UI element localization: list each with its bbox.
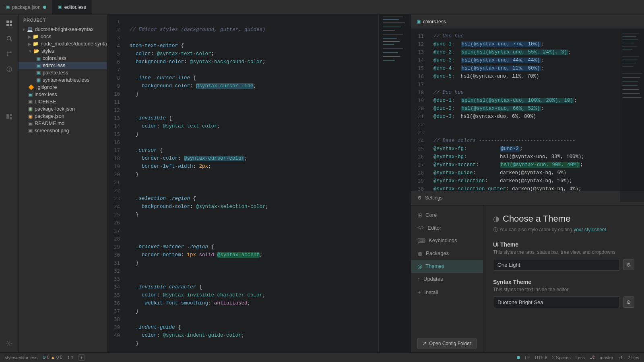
status-spaces[interactable]: 2 Spaces	[552, 355, 571, 360]
settings-nav-install[interactable]: + Install	[411, 286, 483, 299]
settings-nav-updates[interactable]: ↑ Updates	[411, 273, 483, 286]
code-line: color: @syntax-text-color;	[125, 50, 378, 58]
svg-rect-43	[622, 85, 638, 86]
search-icon[interactable]	[2, 31, 17, 46]
svg-rect-33	[622, 43, 634, 43]
less-file-icon: ▣	[28, 92, 33, 97]
status-files: 2 files	[627, 355, 639, 360]
tree-license[interactable]: ▣ LICENSE	[19, 98, 107, 105]
svg-rect-17	[383, 16, 403, 17]
svg-point-7	[7, 55, 8, 56]
code-line	[125, 275, 378, 283]
tree-item-label: syntax-variables.less	[43, 77, 89, 83]
status-encoding[interactable]: UTF-8	[535, 355, 547, 360]
nav-item-label: Updates	[423, 276, 443, 282]
code-line: }	[125, 90, 378, 98]
code-line: background-color: @syntax-selection-colo…	[125, 203, 378, 211]
tree-readme[interactable]: ▣ README.md	[19, 120, 107, 127]
file-icon: ▣	[6, 4, 10, 10]
code-line: @syntax-bg: hsl(@syntax-uno, 33%, 100%);	[429, 153, 644, 161]
git-icon: ⎇	[590, 355, 595, 360]
colors-editor[interactable]: 1112131415161718192021222324252627282930…	[411, 29, 644, 191]
folder-open-icon: 📂	[33, 48, 39, 54]
code-line	[429, 129, 644, 137]
svg-rect-21	[383, 30, 395, 31]
svg-rect-2	[6, 24, 9, 26]
status-dot	[517, 356, 520, 359]
explorer-icon[interactable]	[2, 16, 17, 31]
svg-rect-23	[383, 38, 397, 39]
settings-nav-editor[interactable]: </> Editor	[411, 222, 483, 234]
syntax-theme-gear-button[interactable]: ⚙	[623, 296, 634, 308]
tree-root[interactable]: ▼ 💻 duotone-bright-sea-syntax	[19, 26, 107, 33]
status-lang[interactable]: Less	[576, 355, 585, 360]
nav-item-label: Keybindings	[429, 237, 457, 243]
ui-theme-gear-button[interactable]: ⚙	[623, 259, 634, 270]
syntax-theme-select[interactable]: Duotone Bright Sea One Dark Monokai	[493, 296, 620, 308]
tree-palette-less[interactable]: ▣ palette.less	[19, 69, 107, 76]
code-line: .line .cursor-line {	[125, 74, 378, 82]
tree-syntax-variables[interactable]: ▣ syntax-variables.less	[19, 76, 107, 84]
git-icon[interactable]	[2, 47, 17, 61]
tree-item-label: LICENSE	[35, 99, 56, 105]
stylesheet-link[interactable]: your stylesheet	[574, 227, 606, 232]
tree-docs[interactable]: ▶ 📁 docs	[19, 33, 107, 40]
tree-screenshot[interactable]: ▣ screenshot.png	[19, 127, 107, 134]
tab-editor-less[interactable]: ▣ editor.less	[52, 0, 92, 14]
settings-title-text: Choose a Theme	[503, 214, 570, 224]
tree-editor-less[interactable]: ▣ editor.less	[19, 62, 107, 69]
less-file-icon: ▣	[36, 56, 41, 61]
code-line: .invisible {	[125, 114, 378, 122]
tab-package-json[interactable]: ▣ package.json	[0, 0, 52, 14]
svg-rect-12	[6, 116, 9, 119]
code-line	[125, 219, 378, 227]
md-file-icon: ▣	[28, 121, 33, 126]
svg-rect-0	[6, 21, 9, 23]
svg-rect-29	[383, 60, 395, 61]
tree-item-label: index.less	[35, 92, 57, 97]
svg-rect-15	[6, 114, 9, 116]
settings-nav-keybindings[interactable]: ⌨ Keybindings	[411, 234, 483, 247]
svg-rect-42	[622, 81, 638, 82]
tree-colors-less[interactable]: ▣ colors.less	[19, 55, 107, 62]
settings-nav: ⊞ Core </> Editor ⌨ Keybindings ▦ Packag…	[411, 206, 483, 353]
tree-styles[interactable]: ▼ 📂 styles	[19, 47, 107, 55]
svg-rect-34	[622, 46, 638, 47]
svg-rect-35	[622, 49, 632, 50]
add-file-button[interactable]: +	[78, 354, 85, 361]
settings-header-label: Settings	[425, 195, 442, 201]
settings-nav-core[interactable]: ⊞ Core	[411, 209, 483, 222]
keybindings-icon: ⌨	[417, 237, 425, 244]
tree-item-label: package-lock.json	[35, 106, 75, 112]
status-lf[interactable]: LF	[525, 355, 530, 360]
svg-rect-14	[10, 117, 12, 119]
tree-package-json[interactable]: ▣ package.json	[19, 113, 107, 120]
colors-tab[interactable]: ▣ colors.less	[411, 14, 644, 29]
ui-theme-row: One Light One Dark Atom Dark ⚙	[493, 259, 634, 271]
issues-icon[interactable]	[2, 62, 17, 76]
code-line: atom-text-editor {	[125, 42, 378, 50]
code-line: .bracket-matcher .region {	[125, 243, 378, 251]
code-line: @duo-1: spin(hsl(@syntax-duo, 100%, 28%)…	[429, 97, 644, 105]
settings-bottom-icon[interactable]	[2, 336, 17, 351]
svg-rect-3	[10, 24, 12, 26]
open-folder-button[interactable]: ↗ Open Config Folder	[417, 338, 477, 349]
settings-nav-themes[interactable]: ◎ Themes	[411, 260, 483, 273]
tree-node-modules[interactable]: ▶ 📁 node_modules/duotone-syntax	[19, 40, 107, 47]
settings-header: ⚙ Settings	[411, 191, 644, 206]
tree-gitignore[interactable]: 🔶 .gitignore	[19, 84, 107, 91]
tab-modified-dot	[43, 6, 46, 9]
extensions-icon[interactable]	[2, 109, 17, 124]
chevron-right-icon: ▶	[28, 42, 31, 46]
svg-rect-18	[383, 19, 399, 20]
chevron-down-icon: ▼	[22, 27, 26, 32]
settings-nav-packages[interactable]: ▦ Packages	[411, 247, 483, 260]
tree-package-lock[interactable]: ▣ package-lock.json	[19, 105, 107, 113]
code-line: @syntax-selection-gutter: darken(@syntax…	[429, 185, 644, 191]
code-editor[interactable]: 1234567891011121314151617181920212223242…	[107, 14, 378, 352]
ui-theme-desc: This styles the tabs, status bar, tree v…	[493, 249, 634, 255]
ui-theme-select[interactable]: One Light One Dark Atom Dark	[493, 259, 620, 271]
less-icon: ▣	[417, 19, 421, 24]
status-branch[interactable]: master	[600, 355, 613, 360]
tree-index-less[interactable]: ▣ index.less	[19, 91, 107, 98]
